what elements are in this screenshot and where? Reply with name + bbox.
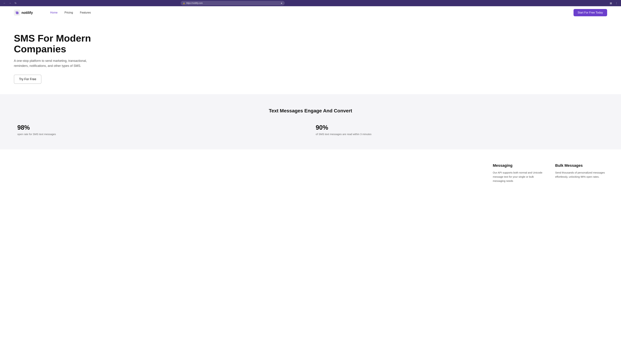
menu-button[interactable]: ⋮ [614,1,619,6]
nav-link-home[interactable]: Home [50,11,58,14]
logo-text: notilify [21,11,33,15]
lock-icon: 🔒 [183,2,185,4]
stat-label-1: of SMS text messages are read within 3 m… [316,133,604,136]
back-button[interactable]: ← [2,1,7,6]
nav-link-pricing[interactable]: Pricing [65,11,73,14]
address-bar[interactable]: 🔒 https://notilify.com ★ [181,1,285,5]
features-section: Messaging Our API supports both normal a… [0,149,621,197]
refresh-button[interactable]: ↻ [13,1,18,6]
stat-label-0: open rate for SMS text messages [17,133,305,136]
stats-grid: 98% open rate for SMS text messages 90% … [14,124,607,136]
browser-chrome: ← → ↻ 🔒 https://notilify.com ★ ▦ ⋮ [0,0,621,6]
hero-subtitle: A one-stop platform to send marketing, t… [14,58,101,68]
stats-section: Text Messages Engage And Convert 98% ope… [0,94,621,149]
features-grid: Messaging Our API supports both normal a… [14,163,607,183]
nav-cta-button[interactable]: Start For Free Today [573,9,607,16]
nav-link-features[interactable]: Features [80,11,91,14]
browser-nav-buttons: ← → ↻ [2,1,18,6]
stat-number-0: 98% [17,124,305,131]
svg-rect-1 [16,12,18,14]
forward-button[interactable]: → [8,1,13,6]
feature-description-0: Our API supports both normal and Unicode… [493,171,545,183]
feature-item-0: Messaging Our API supports both normal a… [493,163,545,183]
logo-icon [14,10,20,16]
site-wrapper: notilify Home Pricing Features Start For… [0,6,621,197]
url-text: https://notilify.com [186,2,203,4]
stat-item-0: 98% open rate for SMS text messages [17,124,305,136]
hero-title: SMS For Modern Companies [14,33,107,54]
stat-item-1: 90% of SMS text messages are read within… [316,124,604,136]
star-icon: ★ [280,2,283,4]
feature-title-0: Messaging [493,163,545,168]
extensions-button[interactable]: ▦ [608,1,613,6]
nav-links: Home Pricing Features [50,11,91,14]
browser-actions: ▦ ⋮ [608,1,619,6]
navbar: notilify Home Pricing Features Start For… [0,6,621,19]
hero-cta-button[interactable]: Try For Free [14,75,41,84]
feature-title-1: Bulk Messages [555,163,607,168]
hero-section: SMS For Modern Companies A one-stop plat… [0,19,121,94]
logo[interactable]: notilify [14,10,33,16]
feature-description-1: Send thousands of personalized messages … [555,171,607,179]
stats-heading: Text Messages Engage And Convert [14,108,607,114]
feature-item-1: Bulk Messages Send thousands of personal… [555,163,607,183]
stat-number-1: 90% [316,124,604,131]
